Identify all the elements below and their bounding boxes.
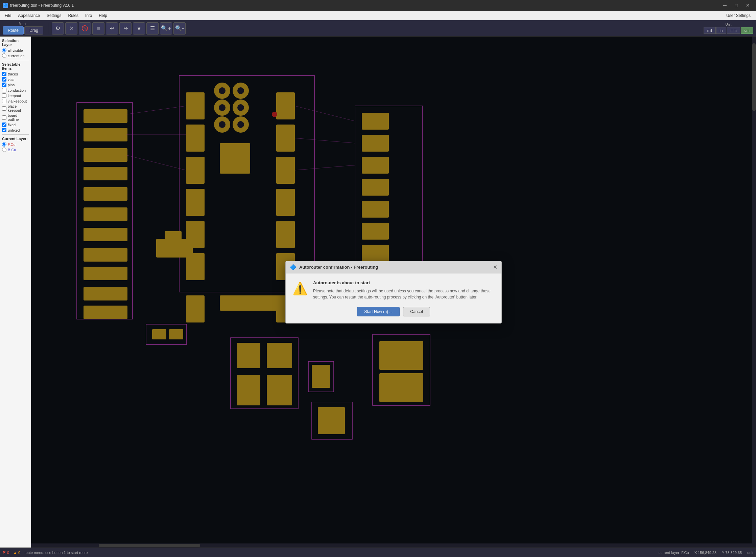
window-controls: ─ □ ✕: [719, 0, 753, 11]
status-left: ✖ 0 ▲ 0 route menu: use button 1 to star…: [3, 550, 88, 555]
place-keepout-label: place keepout: [8, 104, 29, 112]
selectable-items-title: Selectable Items: [2, 62, 29, 70]
modal-overlay: 🔷 Autorouter confirmation - Freerouting …: [31, 37, 756, 548]
main-content: Selection Layer all visible current on S…: [0, 37, 756, 548]
undo-button[interactable]: ↩: [106, 22, 118, 35]
traces-checkbox[interactable]: [2, 72, 6, 76]
divider-1: [2, 60, 29, 60]
menu-help[interactable]: Help: [95, 12, 111, 19]
list-tool-button[interactable]: ☰: [146, 22, 159, 35]
traces-label: traces: [8, 72, 18, 76]
error-count: 0: [7, 551, 9, 555]
modal-title-icon: 🔷: [290, 264, 297, 270]
menu-appearance[interactable]: Appearance: [15, 12, 43, 19]
settings-tool-button[interactable]: ⚙: [52, 22, 64, 35]
modal-buttons: Start Now (5) ... Cancel: [292, 307, 495, 316]
fcu-layer-radio[interactable]: [2, 142, 6, 147]
status-message: route menu: use button 1 to start route: [24, 551, 88, 555]
left-panel: Selection Layer all visible current on S…: [0, 37, 31, 548]
minimize-button[interactable]: ─: [719, 0, 730, 11]
autorouter-modal: 🔷 Autorouter confirmation - Freerouting …: [285, 261, 502, 324]
unit-in-button[interactable]: in: [716, 27, 727, 34]
select-tool-button[interactable]: ✕: [65, 22, 77, 35]
mode-group: Mode Route Drag: [3, 22, 43, 35]
warning-indicator: ▲ 0: [13, 551, 20, 555]
warning-icon: ▲: [13, 551, 17, 555]
toolbar: Mode Route Drag ⚙ ✕ 🚫 ≡ ↩ ↪ ★ ☰ 🔍+ 🔍- Un…: [0, 20, 756, 37]
drag-mode-button[interactable]: Drag: [24, 26, 43, 35]
modal-sub-text: Please note that default settings will b…: [313, 288, 495, 300]
star-tool-button[interactable]: ★: [133, 22, 145, 35]
app-icon: 🔷: [3, 3, 8, 8]
window-title: freerouting.dsn - Freerouting v2.0.1: [10, 3, 74, 8]
all-visible-label: all visible: [8, 48, 23, 52]
unit-um-button[interactable]: um: [741, 27, 753, 34]
unit-mm-button[interactable]: mm: [727, 27, 740, 34]
x-coordinate: X 156,849.28: [694, 551, 716, 555]
board-outline-label: board outline: [8, 113, 29, 121]
via-keepout-checkbox[interactable]: [2, 99, 6, 103]
pins-label: pins: [8, 83, 15, 87]
zoom-in-button[interactable]: 🔍+: [160, 22, 172, 35]
maximize-button[interactable]: □: [731, 0, 742, 11]
fixed-label: fixed: [8, 123, 16, 127]
current-on-label: current on: [8, 54, 25, 58]
menu-settings[interactable]: Settings: [43, 12, 65, 19]
unit-label: Unit: [725, 23, 731, 26]
route-mode-button[interactable]: Route: [3, 26, 24, 35]
mode-label: Mode: [19, 22, 27, 26]
redo-button[interactable]: ↪: [119, 22, 132, 35]
bcu-layer-radio[interactable]: [2, 148, 6, 152]
error-indicator: ✖ 0: [3, 550, 9, 555]
restrict-tool-button[interactable]: 🚫: [79, 22, 91, 35]
menu-rules[interactable]: Rules: [65, 12, 82, 19]
error-icon: ✖: [3, 550, 6, 555]
modal-close-button[interactable]: ✕: [493, 264, 497, 270]
conduction-label: conduction: [8, 88, 26, 92]
modal-title-text: Autorouter confirmation - Freerouting: [299, 265, 378, 270]
status-right: current layer: F.Cu X 156,849.28 Y 73,32…: [659, 551, 753, 555]
warning-icon: ⚠️: [292, 282, 308, 296]
menu-bar: File Appearance Settings Rules Info Help…: [0, 11, 756, 20]
vias-checkbox[interactable]: [2, 77, 6, 82]
bcu-layer-label: B.Cu: [8, 148, 16, 152]
warning-count: 0: [18, 551, 20, 555]
unit-mil-button[interactable]: mil: [704, 27, 716, 34]
start-now-button[interactable]: Start Now (5) ...: [357, 307, 400, 316]
separator-1: [49, 23, 49, 34]
place-keepout-checkbox[interactable]: [2, 106, 6, 111]
all-visible-radio[interactable]: [2, 48, 6, 52]
unfixed-label: unfixed: [8, 128, 20, 132]
menu-file[interactable]: File: [1, 12, 15, 19]
unit-group: Unit mil in mm um: [704, 23, 753, 34]
conduction-checkbox[interactable]: [2, 88, 6, 92]
keepout-checkbox[interactable]: [2, 93, 6, 98]
vias-label: vias: [8, 77, 15, 82]
modal-title-bar: 🔷 Autorouter confirmation - Freerouting …: [286, 261, 501, 273]
fixed-checkbox[interactable]: [2, 122, 6, 127]
zoom-out-button[interactable]: 🔍-: [173, 22, 186, 35]
y-coordinate: Y 73,329.65: [722, 551, 742, 555]
current-on-radio[interactable]: [2, 53, 6, 58]
keepout-label: keepout: [8, 94, 21, 98]
pins-checkbox[interactable]: [2, 83, 6, 87]
menu-info[interactable]: Info: [82, 12, 95, 19]
unit-display: unit: [747, 551, 753, 555]
unfixed-checkbox[interactable]: [2, 128, 6, 132]
fcu-layer-label: F.Cu: [8, 142, 16, 147]
board-outline-checkbox[interactable]: [2, 115, 6, 120]
modal-main-text: Autorouter is about to start: [313, 280, 495, 285]
close-button[interactable]: ✕: [742, 0, 753, 11]
title-bar: 🔷 freerouting.dsn - Freerouting v2.0.1 ─…: [0, 0, 756, 11]
cancel-button[interactable]: Cancel: [403, 307, 430, 316]
status-bar: ✖ 0 ▲ 0 route menu: use button 1 to star…: [0, 548, 756, 557]
delete-tool-button[interactable]: ≡: [92, 22, 104, 35]
canvas-area[interactable]: 🔷 Autorouter confirmation - Freerouting …: [31, 37, 756, 548]
selection-layer-title: Selection Layer: [2, 39, 29, 47]
user-settings-button[interactable]: User Settings: [722, 12, 755, 19]
current-layer-title: Current Layer:: [2, 137, 29, 141]
current-layer-status: current layer: F.Cu: [659, 551, 689, 555]
modal-body: ⚠️ Autorouter is about to start Please n…: [286, 273, 501, 323]
via-keepout-label: via keepout: [8, 99, 27, 103]
divider-2: [2, 134, 29, 135]
